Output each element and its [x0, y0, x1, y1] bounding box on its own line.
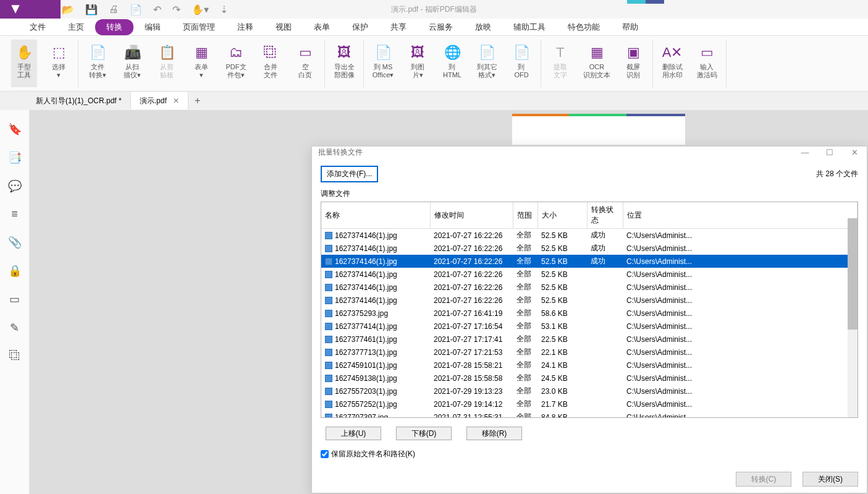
sidebar-icon-3[interactable]: ≡ — [11, 208, 18, 221]
menu-item-12[interactable]: 辅助工具 — [502, 19, 557, 35]
page-icon[interactable]: 📄 — [130, 4, 142, 15]
table-header[interactable]: 名称 — [321, 202, 430, 229]
menubar: 文件主页转换编辑页面管理注释视图表单保护共享云服务放映辅助工具特色功能帮助 — [0, 19, 868, 36]
table-row[interactable]: 1627377461(1).jpg2021-07-27 17:17:41全部22… — [321, 333, 857, 346]
add-tab-button[interactable]: + — [188, 95, 207, 106]
table-row[interactable]: 1627377713(1).jpg2021-07-27 17:21:53全部22… — [321, 346, 857, 359]
close-icon[interactable]: ✕ — [848, 148, 861, 157]
minimize-icon[interactable]: — — [799, 148, 811, 157]
ribbon-btn-8[interactable]: ⿻合并 文件 — [258, 40, 284, 87]
table-row[interactable]: 1627707397.jpg2021-07-31 12:55:31全部84.8 … — [321, 411, 857, 418]
menu-item-14[interactable]: 帮助 — [611, 19, 649, 35]
ribbon-btn-9[interactable]: ▭空 白页 — [292, 40, 318, 87]
more-icon[interactable]: ⇣ — [220, 4, 228, 15]
ribbon-btn-23[interactable]: A✕删除试 用水印 — [659, 40, 685, 87]
hand-icon[interactable]: ✋▾ — [192, 4, 209, 15]
close-button[interactable]: 关闭(S) — [803, 472, 858, 487]
print-icon[interactable]: 🖨 — [109, 4, 119, 15]
menu-item-10[interactable]: 云服务 — [418, 19, 464, 35]
menu-item-3[interactable]: 编辑 — [133, 19, 172, 35]
ribbon-btn-7[interactable]: 🗂PDF文 件包▾ — [223, 40, 249, 87]
menu-item-4[interactable]: 页面管理 — [172, 19, 226, 35]
table-header[interactable]: 大小 — [537, 202, 587, 229]
doc-tab-0[interactable]: 新人引导(1)(1)_OCR.pdf * — [27, 92, 131, 109]
titlebar: 📂 💾 🖨 📄 ↶ ↷ ✋▾ ⇣ 演示.pdf - 福昕PDF编辑器 — [0, 0, 868, 19]
table-row[interactable]: 1627375293.jpg2021-07-27 16:41:19全部58.6 … — [321, 307, 857, 320]
table-row[interactable]: 1627459138(1).jpg2021-07-28 15:58:58全部24… — [321, 372, 857, 385]
menu-item-2[interactable]: 转换 — [95, 19, 133, 35]
sidebar-icon-6[interactable]: ▭ — [9, 292, 20, 306]
sidebar-icon-1[interactable]: 📑 — [8, 151, 22, 164]
ribbon-btn-21[interactable]: ▣截屏 识别 — [620, 40, 646, 87]
ribbon-btn-15[interactable]: 🌐到 HTML — [439, 40, 465, 87]
table-row[interactable]: 1627374146(1).jpg2021-07-27 16:22:26全部52… — [321, 255, 857, 268]
table-row[interactable]: 1627557203(1).jpg2021-07-29 19:13:23全部23… — [321, 385, 857, 398]
sidebar-icon-4[interactable]: 📎 — [8, 236, 22, 249]
sidebar-icon-8[interactable]: ⿻ — [9, 349, 20, 362]
add-file-button[interactable]: 添加文件(F)... — [321, 166, 378, 182]
ribbon-label: 手型 工具 — [17, 63, 31, 79]
maximize-icon[interactable]: ☐ — [824, 148, 836, 157]
move-up-button[interactable]: 上移(U) — [326, 427, 381, 440]
table-row[interactable]: 1627374146(1).jpg2021-07-27 16:22:26全部52… — [321, 268, 857, 281]
ribbon-btn-24[interactable]: ▭输入 激活码 — [694, 40, 720, 87]
ribbon-btn-17[interactable]: 📄到 OFD — [508, 40, 534, 87]
quick-access-toolbar: 📂 💾 🖨 📄 ↶ ↷ ✋▾ ⇣ — [62, 4, 228, 15]
move-down-button[interactable]: 下移(D) — [396, 427, 452, 440]
batch-convert-dialog: 批量转换文件 — ☐ ✕ 添加文件(F)... 共 28 个文件 调整文件 名称… — [311, 146, 867, 493]
ribbon-label: 文件 转换▾ — [89, 63, 106, 79]
save-icon[interactable]: 💾 — [85, 4, 98, 15]
file-icon — [325, 336, 332, 343]
table-row[interactable]: 1627374146(1).jpg2021-07-27 16:22:26全部52… — [321, 281, 857, 294]
ribbon-btn-3[interactable]: 📄文件 转换▾ — [85, 40, 111, 87]
table-row[interactable]: 1627377414(1).jpg2021-07-27 17:16:54全部53… — [321, 320, 857, 333]
menu-item-0[interactable]: 文件 — [19, 19, 57, 35]
menu-item-8[interactable]: 保护 — [341, 19, 379, 35]
table-header[interactable]: 转换状态 — [587, 202, 623, 229]
menu-item-5[interactable]: 注释 — [226, 19, 264, 35]
table-row[interactable]: 1627459101(1).jpg2021-07-28 15:58:21全部24… — [321, 359, 857, 372]
table-row[interactable]: 1627374146(1).jpg2021-07-27 16:22:26全部52… — [321, 294, 857, 307]
sidebar-icon-7[interactable]: ✎ — [10, 321, 19, 334]
ribbon-btn-11[interactable]: 🖼导出全 部图像 — [331, 40, 357, 87]
menu-item-6[interactable]: 视图 — [264, 19, 303, 35]
table-row[interactable]: 1627557252(1).jpg2021-07-29 19:14:12全部21… — [321, 398, 857, 411]
table-row[interactable]: 1627374146(1).jpg2021-07-27 16:22:26全部52… — [321, 229, 857, 242]
menu-item-11[interactable]: 放映 — [464, 19, 502, 35]
sidebar-icon-2[interactable]: 💬 — [8, 179, 22, 193]
menu-item-1[interactable]: 主页 — [57, 19, 95, 35]
table-header[interactable]: 范围 — [513, 202, 537, 229]
file-icon — [325, 323, 332, 330]
remove-button[interactable]: 移除(R) — [466, 427, 522, 440]
redo-icon[interactable]: ↷ — [172, 4, 180, 15]
ribbon-btn-1[interactable]: ⬚选择 ▾ — [46, 40, 72, 87]
doc-tab-1[interactable]: 演示.pdf✕ — [131, 92, 188, 109]
keep-original-checkbox[interactable]: 保留原始文件名和路径(K) — [321, 449, 858, 459]
menu-item-7[interactable]: 表单 — [303, 19, 341, 35]
ribbon-btn-6[interactable]: ▦表单 ▾ — [188, 40, 214, 87]
file-table: 名称修改时间范围大小转换状态位置 1627374146(1).jpg2021-0… — [321, 202, 857, 418]
undo-icon[interactable]: ↶ — [153, 4, 161, 15]
ribbon-btn-0[interactable]: ✋手型 工具 — [11, 40, 37, 87]
ribbon-label: 表单 ▾ — [195, 63, 208, 79]
table-header[interactable]: 修改时间 — [430, 202, 513, 229]
keep-original-check-input[interactable] — [321, 450, 329, 458]
menu-item-9[interactable]: 共享 — [379, 19, 418, 35]
ribbon-btn-20[interactable]: ▦OCR 识别文本 — [582, 40, 612, 87]
convert-button[interactable]: 转换(C) — [736, 472, 791, 487]
tab-close-icon[interactable]: ✕ — [173, 96, 179, 105]
menu-item-13[interactable]: 特色功能 — [557, 19, 611, 35]
table-row[interactable]: 1627374146(1).jpg2021-07-27 16:22:26全部52… — [321, 242, 857, 255]
table-scrollbar[interactable] — [848, 218, 857, 417]
open-icon[interactable]: 📂 — [62, 4, 74, 15]
sidebar-icon-0[interactable]: 🔖 — [8, 122, 22, 136]
ribbon-btn-4[interactable]: 📠从扫 描仪▾ — [119, 40, 145, 87]
ribbon-btn-16[interactable]: 📄到其它 格式▾ — [474, 40, 500, 87]
document-preview — [512, 114, 685, 145]
ribbon-btn-14[interactable]: 🖼到图 片▾ — [405, 40, 431, 87]
ribbon-btn-5: 📋从剪 贴板 — [154, 40, 180, 87]
sidebar-icon-5[interactable]: 🔒 — [8, 264, 22, 278]
ribbon-btn-13[interactable]: 📄到 MS Office▾ — [370, 40, 396, 87]
table-header[interactable]: 位置 — [623, 202, 857, 229]
ribbon-icon: 🌐 — [444, 42, 461, 63]
